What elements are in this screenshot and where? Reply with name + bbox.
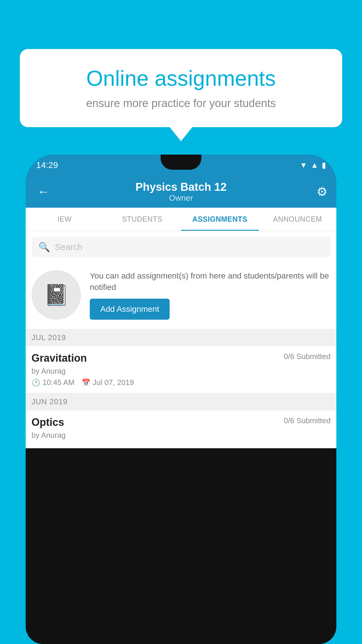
battery-icon: ▮ — [322, 161, 326, 170]
phone-frame: 14:29 ▼ ▲ ▮ ← Physics Batch 12 Owner ⚙ I… — [26, 155, 336, 644]
app-bar-center: Physics Batch 12 Owner — [136, 181, 227, 203]
empty-state: 📓 You can add assignment(s) from here an… — [26, 263, 336, 327]
status-time: 14:29 — [36, 160, 58, 170]
assignment-gravitation-submitted: 0/6 Submitted — [284, 352, 331, 361]
empty-text-area: You can add assignment(s) from here and … — [90, 270, 331, 320]
tab-assignments[interactable]: ASSIGNMENTS — [181, 208, 259, 231]
app-bar: ← Physics Batch 12 Owner ⚙ — [26, 176, 336, 208]
bubble-subtitle: ensure more practice for your students — [40, 97, 322, 110]
assignment-optics-by: by Anurag — [31, 431, 331, 440]
gear-icon[interactable]: ⚙ — [317, 185, 328, 199]
assignment-item-optics[interactable]: Optics 0/6 Submitted by Anurag — [26, 410, 336, 448]
tab-bar: IEW STUDENTS ASSIGNMENTS ANNOUNCEM — [26, 208, 336, 231]
assignment-item-gravitation[interactable]: Gravitation 0/6 Submitted by Anurag 🕐 10… — [26, 346, 336, 393]
status-icons: ▼ ▲ ▮ — [300, 161, 326, 170]
empty-description: You can add assignment(s) from here and … — [90, 270, 331, 293]
assignment-gravitation-meta: 🕐 10:45 AM 📅 Jul 07, 2019 — [31, 378, 331, 387]
assignment-gravitation-header: Gravitation 0/6 Submitted — [31, 352, 331, 364]
assignment-optics-submitted: 0/6 Submitted — [284, 416, 331, 425]
app-bar-title: Physics Batch 12 — [136, 181, 227, 193]
search-icon: 🔍 — [38, 242, 50, 253]
speech-bubble: Online assignments ensure more practice … — [20, 49, 342, 127]
signal-icon: ▲ — [311, 161, 318, 170]
tab-iew[interactable]: IEW — [26, 208, 103, 231]
app-bar-subtitle: Owner — [136, 193, 227, 203]
assignment-optics-title: Optics — [31, 416, 64, 428]
bubble-title: Online assignments — [40, 66, 322, 90]
assignment-gravitation-date: 📅 Jul 07, 2019 — [82, 378, 134, 387]
status-bar: 14:29 ▼ ▲ ▮ — [26, 155, 336, 176]
add-assignment-button[interactable]: Add Assignment — [90, 299, 170, 320]
phone-screen: 🔍 Search 📓 You can add assignment(s) fro… — [26, 231, 336, 448]
section-header-jul: JUL 2019 — [26, 329, 336, 346]
notch — [161, 155, 201, 170]
search-bar[interactable]: 🔍 Search — [31, 237, 331, 257]
assignment-gravitation-by: by Anurag — [31, 367, 331, 376]
section-header-jun: JUN 2019 — [26, 393, 336, 410]
notebook-icon: 📓 — [44, 283, 69, 307]
back-button[interactable]: ← — [34, 182, 52, 202]
wifi-icon: ▼ — [300, 161, 307, 170]
clock-icon: 🕐 — [31, 379, 40, 387]
assignment-gravitation-time: 🕐 10:45 AM — [31, 378, 75, 387]
phone-top-area: 14:29 ▼ ▲ ▮ ← Physics Batch 12 Owner ⚙ I… — [26, 155, 336, 448]
assignment-gravitation-title: Gravitation — [31, 352, 87, 364]
empty-icon-circle: 📓 — [31, 270, 81, 320]
assignment-optics-header: Optics 0/6 Submitted — [31, 416, 331, 428]
tab-students[interactable]: STUDENTS — [103, 208, 181, 231]
search-placeholder: Search — [55, 242, 82, 252]
calendar-icon: 📅 — [82, 379, 90, 387]
tab-announcements[interactable]: ANNOUNCEM — [259, 208, 337, 231]
